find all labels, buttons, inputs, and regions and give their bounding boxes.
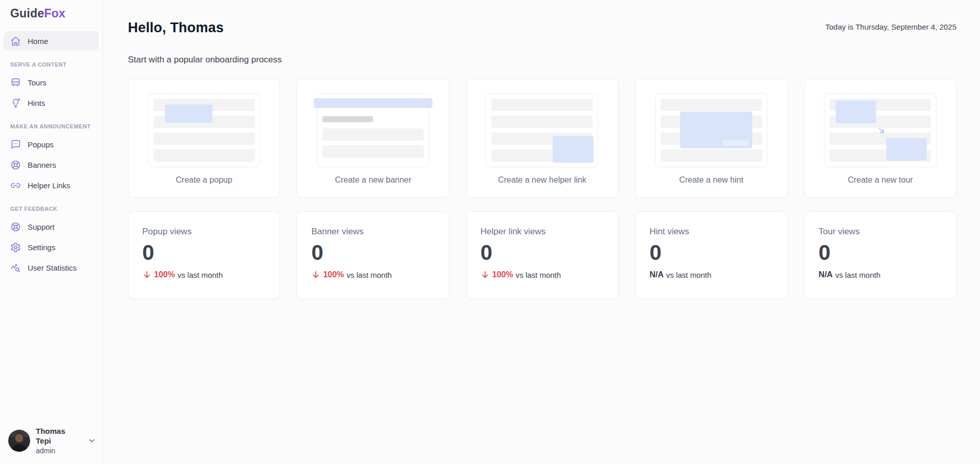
create-card-label: Create a popup (176, 175, 232, 185)
main-content: Hello, Thomas Today is Thursday, Septemb… (103, 0, 980, 464)
message-square-icon (10, 139, 21, 150)
brand-logo-fox: Fox (44, 7, 66, 20)
skeleton-hint-overlay (680, 112, 752, 148)
stat-card-banner-views: Banner views 0 100% vs last month (297, 211, 449, 299)
stat-delta-na: N/A (649, 270, 664, 279)
stats-row: Popup views 0 100% vs last month Banner … (128, 211, 956, 299)
sidebar-item-hints[interactable]: Hints (4, 93, 99, 113)
sidebar-item-popups[interactable]: Popups (4, 135, 99, 154)
tour-preview-skeleton (824, 93, 937, 167)
sidebar-section-make-an-announcement: MAKE AN ANNOUNCEMENT (10, 123, 92, 129)
skeleton-bar (322, 128, 424, 141)
sidebar-item-label: Helper Links (28, 181, 70, 190)
stat-card-popup-views: Popup views 0 100% vs last month (128, 211, 280, 299)
create-hint-card[interactable]: Create a new hint (635, 79, 787, 198)
link-icon (10, 180, 21, 191)
create-cards-row: Create a popup Create a new banner (128, 79, 956, 198)
arrow-down-icon (142, 270, 151, 279)
avatar (8, 430, 30, 452)
sidebar-item-label: User Statistics (28, 263, 77, 272)
stat-delta: 100% vs last month (142, 270, 266, 279)
stat-delta: 100% vs last month (311, 270, 434, 279)
skeleton-title-bar (322, 116, 373, 122)
gear-icon (10, 242, 21, 253)
skeleton-hint-button (723, 140, 749, 146)
brand-logo[interactable]: GuideFox (0, 0, 102, 20)
page-title: Hello, Thomas (128, 20, 224, 36)
create-tour-card[interactable]: Create a new tour (804, 79, 956, 198)
stat-delta-percent: 100% (154, 270, 175, 279)
create-card-label: Create a new helper link (498, 175, 586, 185)
onboarding-section-title: Start with a popular onboarding process (128, 55, 956, 65)
bus-icon (10, 77, 21, 88)
create-card-label: Create a new banner (335, 175, 411, 185)
user-menu[interactable]: Thomas Tepi admin (0, 426, 102, 464)
stat-delta-suffix: vs last month (516, 271, 561, 279)
skeleton-tour-step-2 (886, 138, 927, 161)
skeleton-bar (154, 149, 255, 162)
create-card-label: Create a new hint (679, 175, 743, 185)
sidebar-item-support[interactable]: Support (4, 217, 99, 236)
chart-magnifier-icon (10, 262, 21, 273)
sidebar-item-label: Banners (28, 161, 56, 169)
chevron-down-icon[interactable] (88, 436, 96, 445)
sidebar-section-get-feedback: GET FEEDBACK (10, 206, 92, 212)
brand-logo-guide: Guide (10, 7, 44, 20)
life-buoy-icon (10, 222, 21, 232)
hint-preview-skeleton (655, 93, 768, 167)
helper-link-preview-skeleton (486, 93, 598, 167)
sidebar-item-banners[interactable]: Banners (4, 155, 99, 174)
sidebar-item-home[interactable]: Home (4, 31, 99, 51)
user-name: Thomas Tepi (36, 426, 82, 446)
stat-delta-suffix: vs last month (666, 271, 711, 279)
stat-delta: 100% vs last month (481, 270, 604, 279)
stat-title: Tour views (819, 227, 942, 237)
app-root: GuideFox Home SERVE A CONTENT Tours (0, 0, 980, 464)
stat-card-hint-views: Hint views 0 N/A vs last month (635, 211, 787, 299)
stat-title: Popup views (142, 227, 266, 237)
create-card-label: Create a new tour (848, 175, 913, 185)
tour-step-arrow-icon (877, 126, 886, 135)
arrow-down-icon (481, 270, 490, 279)
skeleton-banner-bar (314, 98, 432, 108)
stat-value: 0 (311, 241, 434, 264)
skeleton-bar (491, 99, 593, 111)
stat-delta-percent: 100% (323, 270, 344, 279)
create-banner-card[interactable]: Create a new banner (297, 79, 449, 198)
stat-title: Banner views (311, 227, 434, 237)
user-role: admin (36, 446, 82, 455)
skeleton-tour-step-1 (836, 101, 876, 123)
banner-preview-skeleton (317, 93, 429, 167)
skeleton-helper-link-overlay (553, 136, 594, 163)
sidebar-item-label: Hints (28, 99, 45, 107)
stat-delta-suffix: vs last month (835, 271, 880, 279)
skeleton-bar (491, 116, 593, 128)
stat-delta-percent: 100% (492, 270, 513, 279)
stat-delta-suffix: vs last month (346, 271, 391, 279)
stat-delta: N/A vs last month (819, 270, 942, 279)
sidebar-item-label: Home (28, 37, 48, 46)
stat-delta: N/A vs last month (649, 270, 773, 279)
create-helper-link-card[interactable]: Create a new helper link (466, 79, 618, 198)
sidebar-item-tours[interactable]: Tours (4, 73, 99, 92)
skeleton-bar (661, 149, 762, 162)
sidebar-item-settings[interactable]: Settings (4, 237, 99, 257)
stat-value: 0 (819, 241, 942, 264)
life-buoy-icon (10, 160, 21, 170)
sidebar-item-label: Support (28, 223, 55, 231)
sidebar-item-label: Settings (28, 243, 55, 252)
stat-title: Helper link views (481, 227, 604, 237)
sidebar-item-label: Tours (28, 78, 47, 87)
stat-value: 0 (481, 241, 604, 264)
sidebar-item-helper-links[interactable]: Helper Links (4, 175, 99, 195)
sidebar-item-user-statistics[interactable]: User Statistics (4, 258, 99, 277)
page-header: Hello, Thomas Today is Thursday, Septemb… (128, 20, 956, 36)
sidebar-section-serve-a-content: SERVE A CONTENT (10, 61, 92, 68)
stat-value: 0 (142, 241, 266, 264)
create-popup-card[interactable]: Create a popup (128, 79, 280, 198)
skeleton-popup-overlay (165, 104, 212, 123)
stat-delta-na: N/A (819, 270, 833, 279)
stat-value: 0 (649, 241, 773, 264)
arrow-down-icon (311, 270, 320, 279)
home-icon (10, 36, 21, 47)
